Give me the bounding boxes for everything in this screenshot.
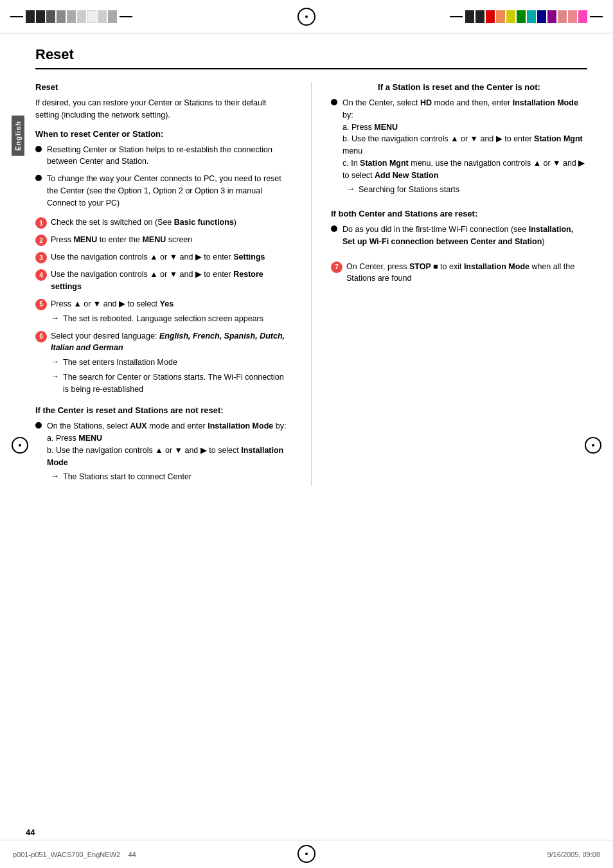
num-circle-1: 1 — [35, 217, 47, 229]
right-column: If a Station is reset and the Center is … — [331, 82, 587, 486]
color-block — [506, 10, 515, 23]
num-item-5: 5 Press ▲ or ▼ and ▶ to select Yes — [35, 298, 292, 310]
arrow-symbol: → — [51, 371, 59, 381]
when-to-reset-heading: When to reset Center or Station: — [35, 129, 292, 139]
num-text-3: Use the navigation controls ▲ or ▼ and ▶… — [51, 251, 292, 263]
bullet-text-1: Resetting Center or Station helps to re-… — [47, 144, 292, 168]
left-margin-circle — [12, 437, 28, 454]
main-content: Reset Reset If desired, you can restore … — [35, 33, 587, 486]
left-column: Reset If desired, you can restore your C… — [35, 82, 292, 486]
num-circle-7: 7 — [331, 261, 342, 273]
bullet-item-2: To change the way your Center connects t… — [35, 173, 292, 209]
num-text-1: Check the set is switched on (See Basic … — [51, 217, 292, 229]
color-block — [77, 10, 86, 23]
color-block — [57, 10, 66, 23]
num-item-1: 1 Check the set is switched on (See Basi… — [35, 217, 292, 229]
color-block — [568, 10, 577, 23]
color-block — [87, 10, 96, 23]
num-item-6: 6 Select your desired language: English,… — [35, 330, 292, 355]
center-target-icon — [298, 8, 315, 26]
right-margin-circle — [585, 437, 601, 454]
num-circle-2: 2 — [35, 235, 47, 246]
color-block — [46, 10, 55, 23]
footer-date: 9/16/2005, 09:08 — [306, 851, 600, 858]
num-circle-3: 3 — [35, 252, 47, 263]
station-reset-bullet: On the Center, select HD mode and then, … — [331, 97, 587, 181]
bullet-circle — [331, 99, 337, 105]
color-block — [547, 10, 556, 23]
column-divider — [311, 82, 312, 486]
color-block — [517, 10, 526, 23]
page-title: Reset — [35, 46, 587, 69]
bullet-text-2: To change the way your Center connects t… — [47, 173, 292, 209]
num-circle-6: 6 — [35, 331, 47, 342]
color-block — [527, 10, 536, 23]
arrow-text-station-reset: Searching for Stations starts — [359, 184, 459, 196]
color-block — [537, 10, 546, 23]
arrow-center-reset: → The Stations start to connect Center — [35, 471, 292, 483]
arrow-symbol: → — [51, 471, 59, 481]
two-column-layout: Reset If desired, you can restore your C… — [35, 82, 587, 486]
color-block — [36, 10, 45, 23]
arrow-item-6a: → The set enters Installation Mode — [35, 357, 292, 369]
center-reset-bullet: On the Stations, select AUX mode and ent… — [35, 420, 292, 468]
both-reset-heading: If both Center and Stations are reset: — [331, 209, 587, 218]
color-block — [558, 10, 567, 23]
arrow-text-6b: The search for Center or Stations starts… — [63, 371, 292, 396]
both-reset-bullet: Do as you did in the first-time Wi-Fi co… — [331, 224, 587, 248]
arrow-symbol: → — [51, 357, 59, 366]
num-circle-4: 4 — [35, 269, 47, 281]
arrow-item-6b: → The search for Center or Stations star… — [35, 371, 292, 396]
arrow-text-6a: The set enters Installation Mode — [63, 357, 177, 369]
color-block — [465, 10, 474, 23]
arrow-station-reset: → Searching for Stations starts — [331, 184, 587, 196]
color-block — [67, 10, 76, 23]
color-block — [98, 10, 107, 23]
num-item-2: 2 Press MENU to enter the MENU screen — [35, 234, 292, 246]
station-reset-text: On the Center, select HD mode and then, … — [342, 97, 587, 181]
center-reset-text: On the Stations, select AUX mode and ent… — [47, 420, 292, 468]
section-inner-title: Reset — [35, 82, 292, 92]
arrow-symbol: → — [346, 184, 355, 193]
num-text-2: Press MENU to enter the MENU screen — [51, 234, 292, 246]
language-tab: English — [12, 116, 24, 156]
center-reset-heading: If the Center is reset and Stations are … — [35, 405, 292, 415]
bullet-circle — [35, 422, 42, 429]
header-bar — [0, 0, 613, 33]
color-block — [108, 10, 117, 23]
footer-filename: p001-p051_WACS700_EngNEW2 44 — [13, 851, 306, 858]
color-block — [578, 10, 587, 23]
num-text-4: Use the navigation controls ▲ or ▼ and ▶… — [51, 269, 292, 293]
page-number: 44 — [26, 828, 35, 837]
num-text-7: On Center, press STOP ■ to exit Installa… — [346, 261, 587, 285]
arrow-text-5a: The set is rebooted. Language selection … — [63, 313, 263, 325]
footer: p001-p051_WACS700_EngNEW2 44 9/16/2005, … — [0, 840, 613, 868]
color-block — [486, 10, 495, 23]
color-block — [26, 10, 35, 23]
bullet-item-1: Resetting Center or Station helps to re-… — [35, 144, 292, 168]
both-reset-text: Do as you did in the first-time Wi-Fi co… — [342, 224, 587, 248]
num-item-3: 3 Use the navigation controls ▲ or ▼ and… — [35, 251, 292, 263]
footer-circle — [298, 845, 315, 863]
num-item-4: 4 Use the navigation controls ▲ or ▼ and… — [35, 269, 292, 293]
bullet-circle — [35, 175, 42, 181]
arrow-item-5a: → The set is rebooted. Language selectio… — [35, 313, 292, 325]
num-text-5: Press ▲ or ▼ and ▶ to select Yes — [51, 298, 292, 310]
color-block — [496, 10, 505, 23]
bullet-circle — [35, 146, 42, 152]
intro-text: If desired, you can restore your Center … — [35, 97, 292, 121]
num-circle-5: 5 — [35, 299, 47, 310]
station-reset-heading: If a Station is reset and the Center is … — [331, 82, 587, 92]
num-item-7: 7 On Center, press STOP ■ to exit Instal… — [331, 261, 587, 285]
arrow-symbol: → — [51, 313, 59, 323]
bullet-circle — [331, 226, 337, 232]
num-text-6: Select your desired language: English, F… — [51, 330, 292, 355]
arrow-text-center-reset: The Stations start to connect Center — [63, 471, 191, 483]
color-block — [475, 10, 484, 23]
